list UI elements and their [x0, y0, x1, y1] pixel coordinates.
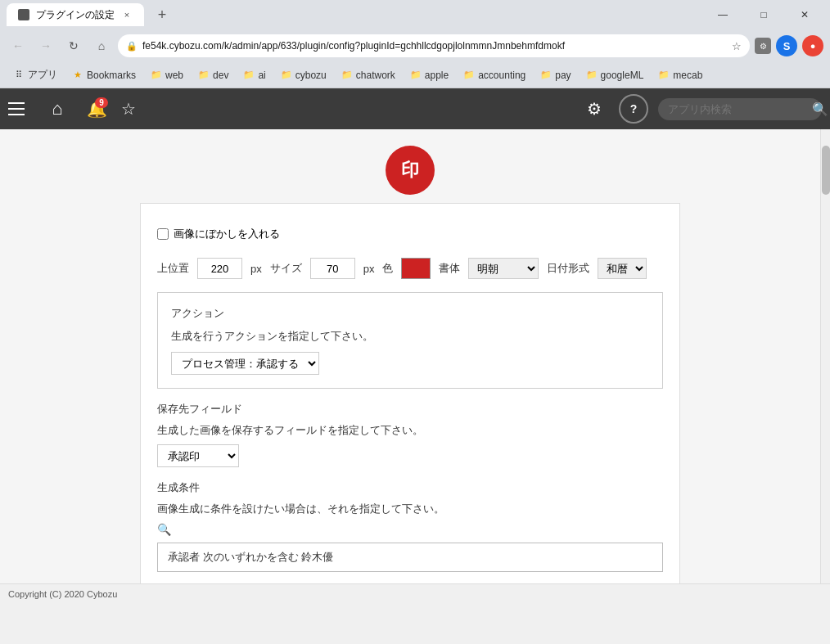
favorites-button[interactable]: ☆ — [121, 99, 136, 119]
folder-icon-chatwork: 📁 — [341, 70, 353, 81]
lock-icon: 🔒 — [126, 41, 138, 52]
app-search-input[interactable] — [668, 103, 805, 115]
bookmark-star-icon[interactable]: ☆ — [732, 40, 742, 52]
condition-search-row: 🔍 — [157, 523, 663, 536]
bookmarks-ai[interactable]: 📁 ai — [237, 67, 272, 83]
folder-icon-cybozu: 📁 — [281, 70, 292, 81]
help-button[interactable]: ? — [619, 94, 648, 124]
address-bar[interactable]: 🔒 fe54k.cybozu.com/k/admin/app/633/plugi… — [118, 34, 750, 57]
search-icon[interactable]: 🔍 — [812, 101, 828, 117]
notification-button[interactable]: 🔔 9 — [82, 94, 111, 124]
bookmarks-label: Bookmarks — [87, 70, 136, 81]
action-dropdown[interactable]: プロセス管理：承認する プロセス管理：却下する — [171, 352, 319, 375]
size-label: サイズ — [270, 261, 302, 276]
bookmarks-accounting[interactable]: 📁 accounting — [457, 67, 532, 83]
bookmarks-chatwork[interactable]: 📁 chatwork — [335, 67, 402, 83]
save-field-dropdown[interactable]: 承認印 — [157, 444, 239, 467]
home-nav-button[interactable]: ⌂ — [43, 94, 72, 124]
folder-icon-ai: 📁 — [243, 70, 255, 81]
chatwork-label: chatwork — [356, 70, 395, 81]
apps-label: アプリ — [28, 68, 57, 82]
bookmarks-mecab[interactable]: 📁 mecab — [652, 67, 709, 83]
accounting-label: accounting — [478, 70, 526, 81]
folder-icon: ★ — [72, 70, 83, 81]
forward-button[interactable]: → — [34, 34, 57, 57]
bookmarks-pay[interactable]: 📁 pay — [534, 67, 577, 83]
folder-icon-web: 📁 — [151, 70, 162, 81]
folder-icon-mecab: 📁 — [658, 70, 670, 81]
bookmarks-bar: ⠿ アプリ ★ Bookmarks 📁 web 📁 dev 📁 ai 📁 cyb… — [0, 62, 830, 88]
bookmarks-dev[interactable]: 📁 dev — [192, 67, 235, 83]
size-input[interactable] — [310, 258, 355, 279]
bookmarks-apps[interactable]: ⠿ アプリ — [7, 65, 64, 84]
blur-checkbox-label[interactable]: 画像にぼかしを入れる — [157, 227, 280, 241]
hamburger-menu-button[interactable] — [8, 97, 33, 121]
close-button[interactable]: ✕ — [786, 0, 823, 29]
app-search-box[interactable]: 🔍 — [658, 98, 822, 120]
color-label: 色 — [382, 261, 393, 276]
vertical-scrollbar[interactable] — [820, 129, 830, 583]
profile-button[interactable]: S — [776, 35, 797, 56]
tab-title: プラグインの設定 — [36, 8, 115, 22]
bookmarks-cybozu[interactable]: 📁 cybozu — [274, 67, 333, 83]
main-area: 印 画像にぼかしを入れる 上位置 px サイズ px 色 書体 — [0, 129, 830, 583]
folder-icon-pay: 📁 — [540, 70, 552, 81]
action-section-description: 生成を行うアクションを指定して下さい。 — [171, 329, 649, 344]
pay-label: pay — [555, 70, 571, 81]
back-button[interactable]: ← — [7, 34, 29, 57]
footer: Copyright (C) 2020 Cybozu — [0, 583, 830, 603]
condition-title: 生成条件 — [157, 480, 663, 495]
apple-label: apple — [425, 70, 449, 81]
font-select[interactable]: 明朝 ゴシック — [468, 258, 539, 279]
px-unit-1: px — [250, 263, 262, 275]
dev-label: dev — [213, 70, 228, 81]
address-text: fe54k.cybozu.com/k/admin/app/633/plugin/… — [142, 40, 727, 52]
blur-label-text: 画像にぼかしを入れる — [174, 227, 280, 241]
tab-strip: プラグインの設定 × + — [7, 3, 174, 26]
save-field-description: 生成した画像を保存するフィールドを指定して下さい。 — [157, 423, 663, 438]
bookmarks-googleml[interactable]: 📁 googleML — [580, 67, 651, 83]
title-bar: プラグインの設定 × + — □ ✕ — [0, 0, 830, 29]
color-picker[interactable] — [401, 258, 431, 279]
bookmarks-web[interactable]: 📁 web — [144, 67, 190, 83]
condition-description: 画像生成に条件を設けたい場合は、それを指定して下さい。 — [157, 502, 663, 516]
top-position-label: 上位置 — [157, 261, 189, 276]
folder-icon-accounting: 📁 — [463, 70, 475, 81]
font-label: 書体 — [439, 261, 460, 276]
profile-button-2[interactable]: ● — [802, 35, 823, 56]
date-format-label: 日付形式 — [547, 261, 589, 276]
active-tab[interactable]: プラグインの設定 × — [7, 3, 144, 26]
window-controls: — □ ✕ — [704, 0, 823, 29]
date-format-select[interactable]: 和暦 西暦 — [598, 258, 647, 279]
refresh-button[interactable]: ↻ — [62, 34, 85, 57]
condition-search-icon[interactable]: 🔍 — [157, 523, 171, 536]
maximize-button[interactable]: □ — [745, 0, 783, 29]
cybozu-label: cybozu — [295, 70, 327, 81]
home-button[interactable]: ⌂ — [90, 34, 113, 57]
gear-icon: ⚙ — [587, 99, 602, 119]
notification-badge: 9 — [95, 97, 108, 108]
form-container: 画像にぼかしを入れる 上位置 px サイズ px 色 書体 明朝 ゴシック 日付… — [140, 203, 680, 583]
top-position-input[interactable] — [197, 258, 242, 279]
condition-section: 生成条件 画像生成に条件を設けたい場合は、それを指定して下さい。 🔍 承認者 次… — [157, 480, 663, 572]
bookmarks-apple[interactable]: 📁 apple — [404, 67, 455, 83]
minimize-button[interactable]: — — [704, 0, 742, 29]
settings-row: 上位置 px サイズ px 色 書体 明朝 ゴシック 日付形式 和暦 西暦 — [157, 258, 663, 279]
copyright-text: Copyright (C) 2020 Cybozu — [8, 589, 117, 599]
tab-close-button[interactable]: × — [121, 9, 133, 20]
hamburger-line-2 — [8, 108, 25, 110]
hamburger-line-1 — [8, 102, 25, 104]
plugin-logo: 印 — [386, 146, 435, 195]
address-bar-row: ← → ↻ ⌂ 🔒 fe54k.cybozu.com/k/admin/app/6… — [0, 29, 830, 62]
blur-checkbox[interactable] — [157, 228, 169, 240]
tab-favicon — [18, 9, 29, 20]
content-area: 印 画像にぼかしを入れる 上位置 px サイズ px 色 書体 — [0, 129, 820, 583]
save-field-title: 保存先フィールド — [157, 402, 663, 417]
bookmarks-bookmarks[interactable]: ★ Bookmarks — [65, 67, 142, 83]
extension-icon[interactable]: ⚙ — [755, 38, 771, 54]
new-tab-button[interactable]: + — [151, 3, 174, 26]
action-section-title: アクション — [171, 306, 649, 321]
save-field-section: 保存先フィールド 生成した画像を保存するフィールドを指定して下さい。 承認印 — [157, 402, 663, 467]
scroll-thumb[interactable] — [822, 146, 830, 195]
settings-button[interactable]: ⚙ — [580, 94, 609, 124]
